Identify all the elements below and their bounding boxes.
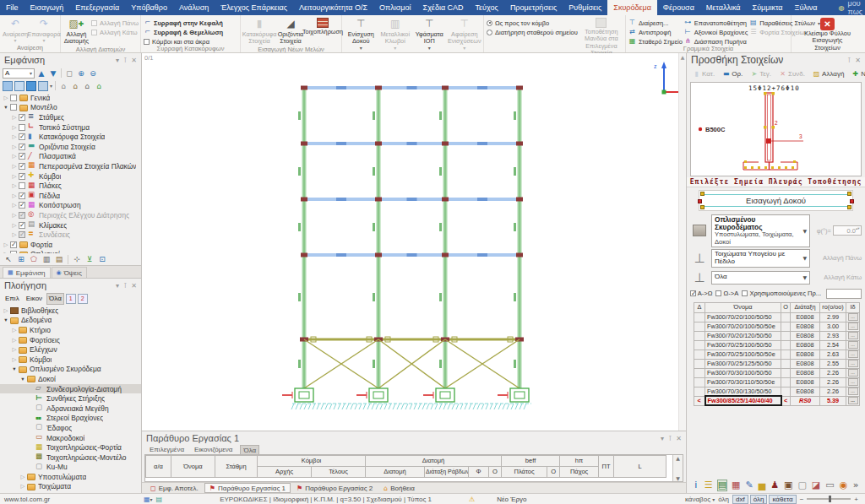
visibility-checkbox[interactable]: [19, 202, 25, 209]
section-name-cell[interactable]: Fw300/70/30/100/50/50: [705, 368, 781, 377]
menu-tab[interactable]: Προμετρήσεις: [504, 0, 563, 15]
sketch-icon[interactable]: ✎: [744, 480, 753, 491]
warning-icon[interactable]: ⚠: [469, 496, 475, 503]
zoom-out-button[interactable]: −: [800, 496, 804, 503]
section-row[interactable]: Fw300/70/20/120/50/50 E0808 2.93 ...: [694, 331, 860, 340]
window2-icon[interactable]: 2: [78, 294, 88, 304]
navigation-tree-item[interactable]: Στερεοί Βραχίονες: [0, 414, 141, 424]
section-name-cell[interactable]: Fw300/70/25/125/50/50: [705, 359, 781, 368]
display-tree-item[interactable]: Κόμβοι: [0, 171, 141, 182]
expander-icon[interactable]: [11, 182, 18, 189]
display-tree-item[interactable]: Κλίμακες: [0, 220, 141, 230]
navigation-tree-item[interactable]: Αδρανειακά Μεγέθη: [0, 404, 141, 414]
section-row[interactable]: Fw300/70/30/130/50/50 E0808 2.26 ...: [694, 387, 860, 396]
side-handle[interactable]: [850, 199, 854, 203]
work-window-tab[interactable]: Όλα: [240, 445, 259, 454]
visibility-checkbox[interactable]: [19, 163, 25, 170]
section-row[interactable]: < Fw300/85/25/140/40/40 < RS0 5.39 ...: [694, 396, 860, 405]
visibility-checkbox[interactable]: [19, 124, 25, 131]
menu-tab[interactable]: Τεύχος: [470, 0, 504, 15]
view-toggle-button[interactable]: dxf: [732, 495, 748, 504]
section-name-cell[interactable]: Fw300/70/25/100/50/50: [705, 340, 781, 350]
home-view-3-icon[interactable]: ⌂: [82, 81, 92, 91]
section-filter-input[interactable]: [826, 289, 862, 299]
redo-button[interactable]: ↷ Επαναφορά▾: [30, 17, 58, 44]
expander-icon[interactable]: [11, 114, 18, 121]
expander-icon[interactable]: [11, 366, 18, 372]
visibility-checkbox[interactable]: [10, 251, 17, 253]
corner-handle[interactable]: [847, 192, 851, 196]
select-box-icon[interactable]: ⊞: [16, 254, 26, 264]
select-poly-icon[interactable]: ⬠: [29, 254, 39, 264]
horizontal-elements-button[interactable]: ◢ Οριζόντια Στοιχεία: [277, 17, 304, 46]
nodes-at-ends-checkbox[interactable]: Κόμβοι και στα άκρα: [144, 38, 223, 45]
section-row[interactable]: Fw300/70/25/100/50/50 E0808 2.54 ...: [694, 340, 860, 350]
expander-icon[interactable]: [11, 173, 18, 180]
remove-strengthening-button[interactable]: ⊤ Αφαίρεση Ενισχύσεων▾: [448, 17, 481, 51]
grid-edit-icon[interactable]: ⊡: [97, 254, 107, 264]
view-toggle-button[interactable]: κάθετα: [769, 495, 796, 504]
view-toggle-button[interactable]: όλη: [750, 495, 768, 504]
filter-selected-button[interactable]: Επιλ: [3, 293, 22, 305]
properties-icon[interactable]: ▤: [54, 254, 64, 264]
expander-icon[interactable]: [11, 337, 18, 344]
visibility-checkbox[interactable]: [19, 133, 25, 140]
display-tree-item[interactable]: Συνδέσεις: [0, 230, 141, 240]
navigation-tree-item[interactable]: Δεδομένα: [0, 316, 141, 326]
display-tree-item[interactable]: Πεπερασμένα Στοιχεία Πλακών: [0, 161, 141, 171]
section-row[interactable]: Fw300/70/20/100/50/50 E0808 2.99 ...: [694, 312, 860, 322]
level-combo[interactable]: A▾: [3, 68, 35, 79]
filter-icon[interactable]: ▥: [41, 254, 52, 264]
change-section-button[interactable]: ▨✚ Αλλαγή Διατομής: [63, 17, 90, 46]
zoom-out-icon[interactable]: ⊖: [88, 68, 98, 79]
display-tree-item[interactable]: Γενικά: [0, 93, 141, 103]
used-sections-checkbox[interactable]: Χρησιμοποιούμενες Πρ...: [742, 290, 821, 297]
tell-me-search[interactable]: ◍ Πείτε μου πως μπο...: [832, 0, 865, 15]
menu-tab[interactable]: Ανάλυση: [173, 0, 215, 15]
navigation-tree-item[interactable]: Κτήριο: [0, 325, 141, 335]
navigation-tree-item[interactable]: Οπλισμένο Σκυρόδεμα: [0, 365, 141, 375]
bottom-tab[interactable]: ◻ Εμφ. Αποτελ.: [145, 483, 204, 493]
split-core-button[interactable]: ⋔Διάσπαση Πυρήνα: [684, 38, 748, 45]
zoom-in-button[interactable]: +: [854, 496, 858, 503]
omega-to-a-checkbox[interactable]: Ω->A: [715, 290, 738, 297]
section-name-cell[interactable]: Fw300/70/25/100/50/50e: [705, 350, 781, 359]
navigation-tree-item[interactable]: Μακροδοκοί: [0, 433, 141, 443]
pin-icon[interactable]: ⊺: [123, 282, 127, 290]
bottom-tab[interactable]: ⚑ Παράθυρο Εργασίας 2: [291, 483, 378, 493]
navigation-tree-item[interactable]: Τοιχοπληρώσεις-Μοντέλο: [0, 453, 141, 463]
display-tree-item[interactable]: Μοντέλο: [0, 103, 141, 113]
grid-plus-icon[interactable]: ⊹: [72, 254, 82, 264]
details-button[interactable]: ...: [848, 378, 858, 386]
window1-icon[interactable]: 1: [66, 294, 76, 304]
section-row[interactable]: Fw300/70/30/110/50/50e E0808 2.26 ...: [694, 377, 860, 387]
view-cube-2-icon[interactable]: [14, 81, 24, 91]
info-icon[interactable]: i: [692, 480, 700, 491]
panel-menu-icon[interactable]: ▾: [661, 435, 664, 442]
close-icon[interactable]: ✕: [855, 57, 861, 64]
bar-chart-icon[interactable]: ▅: [758, 480, 766, 491]
details-button[interactable]: ...: [848, 360, 858, 367]
panel-menu-icon[interactable]: ▾: [116, 282, 119, 290]
display-tree-item[interactable]: Πέδιλα: [0, 191, 141, 201]
a-to-omega-checkbox[interactable]: A->Ω: [690, 290, 712, 297]
visibility-checkbox[interactable]: [19, 144, 25, 150]
navigation-tree-item[interactable]: Κόμβοι: [0, 355, 141, 365]
element-loads-button[interactable]: ☰Φορτία Στοιχείων: [749, 29, 820, 35]
add-toolbar-button[interactable]: ✕ Συνδ.: [776, 68, 808, 79]
expander-icon[interactable]: [19, 376, 26, 382]
side-handle[interactable]: [698, 199, 702, 203]
panel-menu-icon[interactable]: ▾: [116, 57, 119, 64]
section-row[interactable]: Fw300/70/25/100/50/50e E0808 2.63 ...: [694, 350, 860, 359]
corner-handle[interactable]: [700, 192, 705, 196]
display-tree-item[interactable]: Οριζόντια Στοιχεία: [0, 142, 141, 152]
expander-icon[interactable]: [3, 104, 9, 111]
visibility-checkbox[interactable]: [19, 114, 25, 121]
bottom-tab[interactable]: ⌂ Βοήθεια: [378, 483, 420, 493]
add-toolbar-button[interactable]: ▬ Ορ.: [720, 68, 745, 79]
add-toolbar-button[interactable]: ▮ Κατ.: [690, 68, 717, 79]
photo-icon[interactable]: ▣: [783, 480, 793, 491]
stitch-head-button[interactable]: ⌐Συρραφή στην Κεφαλή: [144, 19, 223, 26]
navigation-tree-item[interactable]: Ku-Mu: [0, 463, 141, 473]
menu-tab[interactable]: Λειτουργικότητα Ο/Σ: [293, 0, 373, 15]
